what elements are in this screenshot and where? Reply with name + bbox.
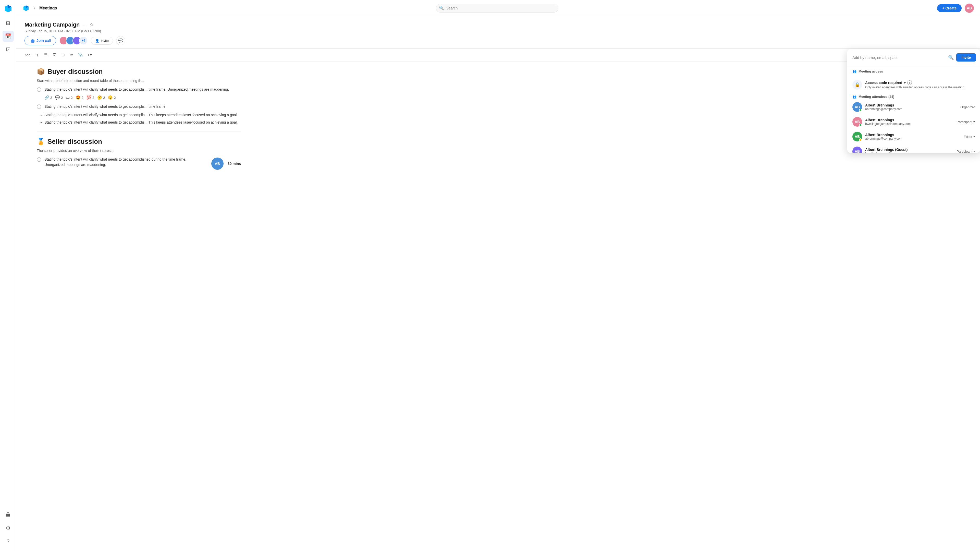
info-icon[interactable]: i: [907, 80, 912, 85]
sidebar-item-home[interactable]: ⊞: [3, 18, 14, 29]
app-logo: [3, 4, 13, 13]
radio-circle-2[interactable]: [37, 104, 41, 109]
toolbar-more-button[interactable]: + ▾: [86, 52, 94, 58]
chat-icon: 💬: [118, 38, 123, 43]
add-label: Add:: [24, 53, 32, 57]
chevron-down-icon: ▾: [90, 53, 92, 57]
main-container: › Meetings 🔍 + Create AB Marketing Campa…: [16, 0, 980, 551]
status-dot-2: [859, 124, 862, 126]
access-dropdown-icon[interactable]: ▾: [904, 81, 906, 85]
attendee-avatars: +4: [59, 36, 88, 45]
section-divider: [37, 131, 241, 132]
breadcrumb-meetings: Meetings: [39, 6, 57, 11]
reaction-smile[interactable]: 😊 2: [108, 95, 116, 100]
meeting-menu-dots[interactable]: ···: [83, 22, 86, 27]
invite-search-input[interactable]: [853, 56, 945, 60]
attendee-info-4: Albert Brennings (Guest) bwellingtonjame…: [865, 148, 954, 153]
reaction-comment[interactable]: 💬 2: [55, 95, 63, 100]
attendee-overflow-count: +4: [79, 36, 88, 45]
star-icon[interactable]: ☆: [89, 22, 94, 27]
list-item-text-2: Stating the topic's intent will clarify …: [45, 104, 166, 109]
search-area: 🔍: [61, 4, 933, 13]
meeting-subtitle: Sunday Feb 15, 01:00 PM - 02:00 PM (GMT+…: [24, 29, 972, 33]
comment-count: 2: [61, 96, 63, 100]
topbar: › Meetings 🔍 + Create AB: [16, 0, 980, 16]
attendee-email-4: bwellingtonjames@company.com: [865, 152, 954, 153]
toolbar-table-button[interactable]: ⊞: [59, 51, 67, 59]
section-2-emoji: 🏅: [37, 138, 45, 145]
section-2-heading: 🏅 Seller discussion: [37, 138, 241, 145]
sidebar-item-tasks[interactable]: ☑: [3, 44, 14, 55]
sidebar-item-help[interactable]: ?: [3, 536, 14, 547]
list-item-text-1: Stating the topic's intent will clarify …: [45, 87, 229, 92]
user-avatar[interactable]: AB: [965, 3, 974, 13]
attendee-avatar-status-4: AB: [853, 147, 862, 153]
join-call-button[interactable]: Join call: [24, 36, 56, 45]
attendee-email-2: bwellingtonjames@company.com: [865, 122, 954, 126]
reaction-link[interactable]: 🔗 2: [45, 95, 52, 100]
reaction-star[interactable]: 🤩 2: [76, 95, 83, 100]
popup-search-icon: 🔍: [948, 55, 954, 60]
attendee-role-1: Organizer: [960, 105, 975, 109]
list-item-text-3: Stating the topic's intent will clarify …: [45, 157, 207, 167]
role-dropdown-4[interactable]: ▾: [974, 150, 975, 153]
toolbar-draw-button[interactable]: ✏: [68, 51, 76, 59]
role-dropdown-2[interactable]: ▾: [974, 120, 975, 124]
attendee-email-3: abrennings@company.com: [865, 137, 961, 140]
access-info: Access code required ▾ i Only invited at…: [865, 80, 975, 89]
sidebar-item-meetings[interactable]: 📅: [3, 31, 14, 42]
meeting-access-label: Meeting access: [859, 70, 883, 73]
attendee-name-1: Albert Brennings: [865, 103, 957, 107]
list-item: Stating the topic's intent will clarify …: [37, 157, 207, 167]
sidebar-item-settings[interactable]: ⚙: [3, 522, 14, 533]
reaction-tag[interactable]: 🏷 2: [66, 96, 73, 100]
toolbar-attach-button[interactable]: 📎: [77, 51, 84, 59]
attendee-role-4[interactable]: Participant ▾: [957, 150, 975, 153]
list-item: Stating the topic's intent will clarify …: [45, 120, 241, 125]
attendee-info-3: Albert Brennings abrennings@company.com: [865, 133, 961, 140]
popup-scrollable[interactable]: 👥 Meeting access 🔒 Access code required …: [847, 66, 980, 153]
seller-discussion-section: 🏅 Seller discussion The seller provides …: [37, 138, 241, 170]
access-code-label: Access code required: [865, 81, 902, 85]
bullet-list: Stating the topic's intent will clarify …: [45, 112, 241, 125]
attendee-info-2: Albert Brennings bwellingtonjames@compan…: [865, 118, 954, 126]
role-dropdown-3[interactable]: ▾: [974, 135, 975, 139]
attendee-name-2: Albert Brennings: [865, 118, 954, 122]
reaction-think[interactable]: 🤔 2: [97, 95, 105, 100]
search-icon: 🔍: [439, 6, 444, 11]
reaction-bar: 🔗 2 💬 2 🏷 2 🤩 2: [45, 95, 241, 100]
star-count: 2: [82, 96, 83, 100]
table-row: AB Albert Brennings abrennings@company.c…: [847, 100, 980, 115]
sidebar-item-templates[interactable]: 🏛: [3, 509, 14, 520]
reaction-100[interactable]: 💯 2: [86, 95, 94, 100]
meeting-access-section: 👥 Meeting access: [847, 66, 980, 78]
section-1-title: Buyer discussion: [48, 68, 103, 76]
table-row: AB Albert Brennings bwellingtonjames@com…: [847, 115, 980, 129]
attendee-role-3[interactable]: Editor ▾: [964, 135, 975, 139]
invite-button[interactable]: 👤 Invite: [91, 37, 113, 45]
toolbar-text-button[interactable]: T: [33, 51, 41, 59]
meeting-title: Marketing Campaign: [24, 21, 80, 28]
attendees-section-title: 👥 Meeting attendees (24): [847, 93, 980, 100]
radio-circle-3[interactable]: [37, 157, 41, 162]
status-dot-3: [859, 139, 862, 141]
comment-icon: 💬: [55, 95, 60, 100]
tag-icon: 🏷: [66, 96, 70, 100]
invite-popup: 🔍 Invite 👥 Meeting access 🔒: [847, 49, 980, 153]
brand-logo: [22, 5, 30, 12]
invite-label: Invite: [101, 39, 109, 43]
meeting-header: Marketing Campaign ··· ☆ Sunday Feb 15, …: [16, 16, 980, 33]
toolbar-checkbox-button[interactable]: ☑: [51, 51, 59, 59]
create-button[interactable]: + Create: [937, 4, 962, 12]
search-input[interactable]: [436, 4, 558, 13]
plus-icon: +: [88, 53, 89, 57]
toolbar-list-button[interactable]: ☰: [42, 51, 50, 59]
timing-row: Stating the topic's intent will clarify …: [37, 157, 241, 170]
section-1-desc: Start with a brief introduction and roun…: [37, 79, 241, 83]
attendees-icon: 👥: [853, 95, 856, 99]
status-dot-1: [859, 109, 862, 111]
attendee-role-2[interactable]: Participant ▾: [957, 120, 975, 124]
radio-circle-1[interactable]: [37, 87, 41, 92]
popup-invite-button[interactable]: Invite: [956, 53, 976, 62]
chat-icon-button[interactable]: 💬: [116, 36, 125, 45]
